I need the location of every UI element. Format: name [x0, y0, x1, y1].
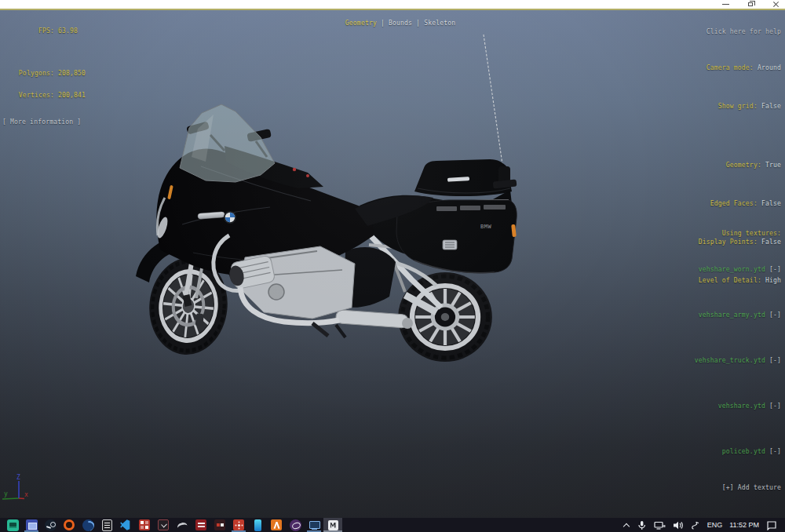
bmw-roundel	[198, 211, 236, 224]
microphone-icon	[637, 520, 647, 530]
window-app-icon	[26, 519, 38, 531]
taskbar-app-dark-red[interactable]	[210, 518, 229, 532]
texture-remove-button[interactable]: [-]	[769, 403, 781, 410]
tab-bounds[interactable]: Bounds	[389, 20, 412, 27]
show-grid-value: False	[761, 103, 781, 110]
monitor-app-icon	[309, 519, 320, 531]
language-indicator[interactable]: ENG	[707, 521, 723, 529]
hidden-icons-button[interactable]	[624, 523, 630, 528]
texture-name[interactable]: policeb.ytd	[722, 448, 765, 455]
minimize-icon	[722, 4, 729, 5]
texture-remove-button[interactable]: [-]	[769, 266, 781, 273]
texture-row[interactable]: vehshare.ytd[-]	[671, 392, 781, 420]
motorcycle-model: BMW	[0, 0, 785, 532]
texture-name[interactable]: vehshare.ytd	[718, 403, 765, 410]
add-texture-button[interactable]: [+] Add texture	[671, 483, 781, 493]
taskbar-app-red-burst[interactable]	[229, 518, 248, 532]
taskbar-app-window[interactable]	[22, 518, 41, 532]
geometry-value: True	[765, 162, 781, 169]
texture-row[interactable]: vehshare_worn.ytd[-]	[671, 256, 781, 283]
taskbar-app-checkbox[interactable]	[154, 518, 173, 532]
taskbar-app-swoosh[interactable]	[173, 518, 192, 532]
help-link[interactable]: Click here for help	[675, 28, 781, 36]
textures-header: Using textures:	[671, 229, 781, 239]
front-fender	[136, 235, 246, 282]
notification-icon	[766, 520, 777, 530]
taskbar-app-cyan-bar[interactable]	[248, 518, 267, 532]
show-grid-label: Show grid:	[718, 103, 758, 110]
side-pannier: BMW	[396, 200, 517, 273]
red-banner-icon	[195, 519, 206, 530]
tab-separator: |	[416, 20, 420, 27]
texture-remove-button[interactable]: [-]	[769, 448, 781, 455]
checkbox-app-icon	[158, 519, 169, 530]
axis-gizmo: Z y x	[0, 472, 38, 509]
restore-button[interactable]	[747, 0, 755, 9]
taskbar-app-vscode[interactable]	[116, 518, 135, 532]
textures-panel: Using textures: vehshare_worn.ytd[-] veh…	[671, 210, 781, 511]
close-icon	[772, 1, 780, 8]
polygons-label: Polygons:	[2, 70, 54, 78]
clock[interactable]: 11:52 PM	[729, 521, 759, 529]
steam-icon	[45, 519, 57, 531]
speaker-icon	[673, 520, 684, 530]
taskbar-app-orange-ring[interactable]	[60, 518, 78, 532]
axis-z-label: Z	[16, 474, 20, 481]
action-center-button[interactable]	[766, 520, 777, 530]
tab-separator: |	[381, 20, 385, 27]
texture-name[interactable]: vehshare_truck.ytd	[695, 357, 765, 364]
texture-remove-button[interactable]: [-]	[769, 357, 781, 364]
purple-circle-icon	[290, 519, 301, 531]
window-controls	[721, 0, 780, 9]
squiggle-icon	[691, 520, 700, 530]
texture-name[interactable]: vehshare_worn.ytd	[699, 266, 765, 273]
system-tray: ENG 11:52 PM	[624, 518, 785, 532]
front-fairing	[156, 149, 374, 277]
camera-mode-setting[interactable]: Camera mode:Around	[675, 56, 781, 79]
texture-row[interactable]: vehshare_army.ytd[-]	[671, 301, 781, 329]
polygons-value: 208,850	[58, 70, 86, 78]
window-accent-border	[0, 9, 785, 10]
tab-skeleton[interactable]: Skeleton	[424, 20, 455, 27]
epic-games-icon	[102, 519, 112, 531]
taskbar-app-lambda[interactable]	[267, 518, 286, 532]
taskbar-app-purple-circle[interactable]	[286, 518, 305, 532]
lambda-app-icon	[271, 519, 282, 530]
show-grid-setting[interactable]: Show grid:False	[675, 95, 781, 118]
vertices-row: Vertices: 200,841	[2, 92, 86, 100]
minimize-button[interactable]	[721, 0, 730, 9]
camera-mode-label: Camera mode:	[706, 64, 754, 71]
more-information-link[interactable]: [ More information ]	[2, 118, 86, 126]
texture-row[interactable]: vehshare_truck.ytd[-]	[671, 347, 781, 374]
red-grid-icon	[139, 519, 150, 530]
network-tray-button[interactable]	[654, 520, 666, 530]
chrome-rail	[396, 201, 509, 215]
close-button[interactable]	[772, 0, 780, 9]
taskbar-app-epic[interactable]	[97, 518, 116, 532]
taskbar-app-monitor[interactable]	[305, 518, 323, 532]
tab-geometry[interactable]: Geometry	[345, 20, 377, 27]
geometry-setting[interactable]: Geometry:True	[675, 155, 781, 177]
texture-remove-button[interactable]: [-]	[769, 312, 781, 319]
front-wheel	[144, 253, 232, 359]
dark-red-app-icon	[214, 519, 225, 530]
taskbar-app-model-viewer[interactable]	[323, 518, 342, 532]
texture-row[interactable]: policeb.ytd[-]	[671, 438, 781, 465]
microphone-tray-button[interactable]	[637, 520, 647, 530]
window-titlebar[interactable]	[0, 0, 785, 9]
model-viewport[interactable]: BMW	[0, 10, 785, 518]
taskbar-app-blue-swirl[interactable]	[78, 518, 97, 532]
audio-app-tray-button[interactable]	[691, 520, 700, 530]
taskbar-app-green[interactable]	[3, 518, 22, 532]
edged-faces-label: Edged Faces:	[710, 200, 758, 207]
vscode-icon	[120, 519, 131, 530]
texture-name[interactable]: vehshare_army.ytd	[699, 312, 765, 319]
engine	[214, 235, 355, 337]
windscreen	[180, 104, 275, 182]
taskbar-app-red-banner[interactable]	[192, 518, 210, 532]
green-app-icon	[7, 519, 19, 531]
volume-tray-button[interactable]	[673, 520, 684, 530]
taskbar-app-steam[interactable]	[41, 518, 60, 532]
taskbar-app-red-grid[interactable]	[135, 518, 154, 532]
view-mode-tabs: Geometry|Bounds|Skeleton	[0, 13, 785, 34]
